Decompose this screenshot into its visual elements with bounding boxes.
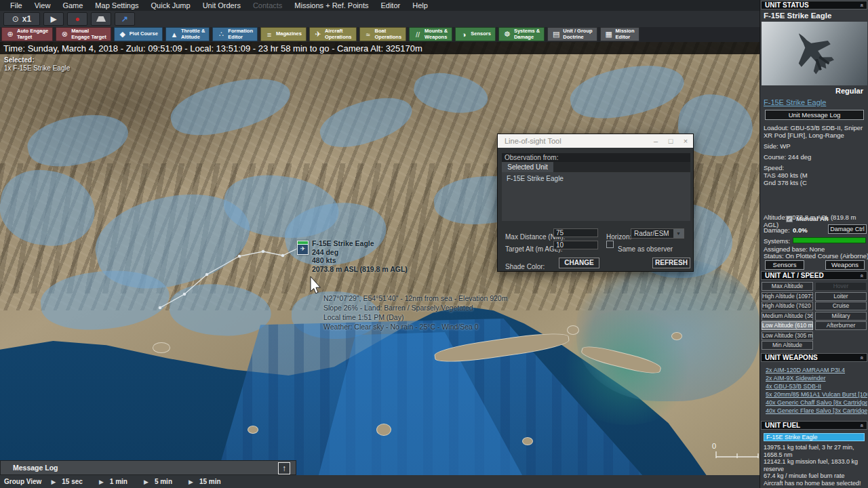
sim-speed-button[interactable]: ⊙ x1 — [3, 12, 40, 26]
menu-game[interactable]: Game — [56, 1, 89, 9]
unit-icon[interactable]: ✈ — [297, 241, 309, 255]
bookmark-pin-button[interactable]: ↗ — [115, 12, 135, 26]
record-button[interactable]: ● — [67, 12, 87, 26]
step-15sec-icon[interactable]: ▶ — [51, 479, 56, 485]
recorder-panel-button[interactable] — [91, 12, 111, 26]
weapons-panel-button[interactable]: Weapons — [825, 260, 865, 270]
menu-editor[interactable]: Editor — [374, 1, 406, 9]
weapon-link-sdb[interactable]: 4x GBU-53/B SDB-II — [766, 382, 867, 390]
collapse-icon[interactable]: « — [858, 356, 865, 359]
mission-editor-button[interactable]: ▦ MissionEditor — [600, 27, 639, 41]
manual-alt-checkbox[interactable]: ✓ — [786, 216, 793, 222]
unit-status-title: UNIT STATUS — [765, 1, 809, 9]
throttle-altitude-button[interactable]: ▲ Throttle &Altitude — [165, 27, 210, 41]
message-log-expand-button[interactable]: ↑ — [278, 462, 290, 474]
throttle-cruise-button[interactable]: Cruise — [815, 302, 867, 310]
weapon-link-amraam[interactable]: 2x AIM-120D AMRAAM P3I.4 — [766, 366, 867, 374]
menu-view[interactable]: View — [28, 1, 57, 9]
unit-alt-speed-header[interactable]: UNIT ALT / SPEED « — [761, 271, 867, 280]
alt-high-10973-button[interactable]: High Altitude (10973 m — [762, 292, 813, 301]
alt-high-7620-button[interactable]: High Altitude (7620 m) — [762, 302, 813, 310]
dialog-title-bar[interactable]: Line-of-sight Tool – □ × — [498, 134, 693, 148]
step-5min-icon[interactable]: ▶ — [144, 479, 149, 485]
boat-operations-button[interactable]: ≈ BoatOperations — [359, 27, 407, 41]
alt-medium-3658-button[interactable]: Medium Altitude (3658 — [762, 312, 813, 321]
menu-quick-jump[interactable]: Quick Jump — [145, 1, 197, 9]
menu-help[interactable]: Help — [406, 1, 434, 9]
weapon-link-chaff[interactable]: 40x Generic Chaff Salvo [8x Cartridges] — [766, 399, 867, 407]
systems-damage-button[interactable]: ☸ Systems &Damage — [498, 27, 545, 41]
unit-db-link[interactable]: F-15E Strike Eagle — [764, 98, 826, 106]
alt-low-610-button[interactable]: Low Altitude (610 m) — [762, 321, 813, 330]
unit-group-doctrine-button[interactable]: ▤ Unit / GroupDoctrine — [547, 27, 597, 41]
unit-status-header[interactable]: UNIT STATUS « — [761, 1, 867, 9]
collapse-icon[interactable]: « — [858, 424, 865, 427]
weapon-link-vulcan[interactable]: 5x 20mm/85 M61A1 Vulcan Burst [100 rnds — [766, 390, 867, 399]
tab-selected-unit[interactable]: Selected Unit — [502, 162, 553, 172]
manual-engage-target-button[interactable]: ⊗ ManualEngage Target — [56, 27, 111, 41]
plot-course-button[interactable]: ◆ Plot Course — [114, 27, 163, 41]
unit-map-label: F-15E Strike Eagle 244 deg 480 kts 2073.… — [312, 239, 408, 273]
same-as-observer-checkbox[interactable] — [606, 241, 614, 248]
unit-map-name: F-15E Strike Eagle — [312, 239, 408, 248]
step-1min-icon[interactable]: ▶ — [99, 479, 104, 485]
throttle-loiter-button[interactable]: Loiter — [815, 292, 867, 301]
observer-listbox[interactable]: F-15E Strike Eagle — [502, 172, 690, 221]
throttle-military-button[interactable]: Military — [815, 312, 867, 321]
alt-low-305-button[interactable]: Low Altitude (305 m) — [762, 331, 813, 340]
unit-weapons-header[interactable]: UNIT WEAPONS « — [761, 353, 867, 362]
button-label: Target — [17, 34, 32, 40]
message-log-bar[interactable]: Message Log ↑ — [0, 460, 296, 475]
pin-icon: ↗ — [121, 14, 128, 24]
button-label: Altitude — [181, 34, 200, 40]
unit-weapons-title: UNIT WEAPONS — [765, 354, 818, 361]
button-label: Damage — [514, 34, 534, 40]
change-button[interactable]: CHANGE — [559, 258, 599, 268]
unit-alt-speed-title: UNIT ALT / SPEED — [765, 272, 824, 279]
target-alt-input[interactable] — [553, 241, 598, 249]
menu-map-settings[interactable]: Map Settings — [89, 1, 144, 9]
button-label: Operations — [375, 34, 402, 40]
sensors-icon: ◑ — [460, 30, 468, 39]
sensors-button[interactable]: ◑ Sensors — [455, 27, 496, 41]
refresh-button[interactable]: REFRESH — [652, 258, 690, 268]
unit-fuel-header[interactable]: UNIT FUEL « — [761, 421, 867, 430]
magazines-button[interactable]: ≡ Magazines — [260, 27, 307, 41]
mounts-weapons-button[interactable]: // Mounts &Weapons — [409, 27, 452, 41]
formation-editor-button[interactable]: ∴ FormationEditor — [212, 27, 258, 41]
menu-file[interactable]: File — [4, 1, 28, 9]
throttle-afterburner-button[interactable]: Afterburner — [815, 321, 867, 330]
unit-message-log-button[interactable]: Unit Message Log — [765, 110, 864, 120]
alt-min-button[interactable]: Min Altitude — [762, 341, 813, 350]
step-15min-icon[interactable]: ▶ — [189, 479, 193, 485]
step-15sec-label[interactable]: 15 sec — [62, 478, 83, 485]
close-icon[interactable]: × — [678, 137, 693, 145]
sensors-panel-button[interactable]: Sensors — [765, 260, 804, 270]
weapon-link-sidewinder[interactable]: 2x AIM-9X Sidewinder — [766, 374, 867, 382]
alt-max-button[interactable]: Max Altitude — [762, 282, 813, 291]
minimize-icon[interactable]: – — [648, 137, 663, 145]
selection-overlay: Selected: 1x F-15E Strike Eagle — [4, 56, 70, 73]
damage-ctrl-button[interactable]: Damage Ctrl — [828, 224, 867, 234]
tooltip-weather: Weather: Clear sky - No rain - 25°C - Wi… — [323, 322, 507, 331]
auto-engage-target-button[interactable]: ⊕ Auto EngageTarget — [1, 27, 53, 41]
observer-list-item[interactable]: F-15E Strike Eagle — [502, 172, 690, 182]
max-distance-input[interactable] — [553, 228, 598, 237]
step-15min-label[interactable]: 15 min — [199, 478, 221, 485]
collapse-icon[interactable]: « — [858, 274, 865, 277]
aircraft-operations-button[interactable]: ✈ AircraftOperations — [309, 27, 357, 41]
horizon-dropdown[interactable]: Radar/ESM ▼ — [631, 228, 684, 239]
fuel-selected-unit[interactable]: F-15E Strike Eagle — [764, 433, 865, 441]
weapon-link-flare[interactable]: 40x Generic Flare Salvo [3x Cartridges, … — [766, 407, 867, 415]
menu-unit-orders[interactable]: Unit Orders — [197, 1, 247, 9]
menu-missions-ref-points[interactable]: Missions + Ref. Points — [288, 1, 374, 9]
step-1min-label[interactable]: 1 min — [110, 478, 127, 485]
group-view-button[interactable]: Group View — [4, 478, 41, 485]
step-5min-label[interactable]: 5 min — [155, 478, 172, 485]
shade-color-label: Shade Color: — [505, 263, 545, 270]
dialog-tab-strip: Selected Unit — [502, 162, 690, 172]
collapse-icon[interactable]: « — [858, 3, 865, 7]
maximize-icon[interactable]: □ — [663, 137, 678, 145]
unit-speed-label: Speed: — [764, 164, 866, 171]
run-pause-button[interactable]: ▶ — [43, 12, 64, 26]
